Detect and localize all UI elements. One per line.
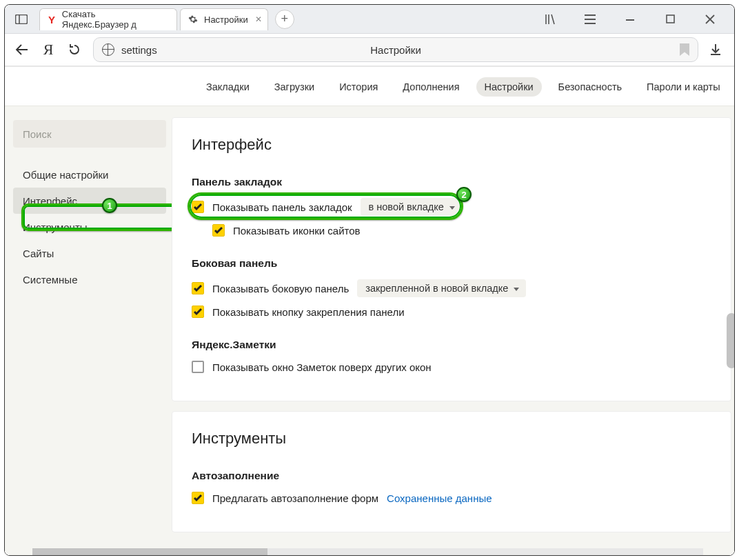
globe-icon: [102, 43, 114, 56]
checkbox-suggest-autofill[interactable]: [192, 492, 204, 504]
new-tab-button[interactable]: +: [275, 10, 294, 29]
topnav-passwords[interactable]: Пароли и карты: [638, 77, 729, 97]
close-icon[interactable]: ✕: [255, 14, 262, 24]
library-icon[interactable]: [540, 11, 560, 28]
link-saved-data[interactable]: Сохраненные данные: [387, 492, 492, 504]
checkbox-show-side-panel[interactable]: [192, 282, 204, 294]
svg-rect-0: [16, 14, 28, 23]
tab-label: Скачать Яндекс.Браузер д: [62, 9, 157, 30]
sidebar-search[interactable]: Поиск: [13, 120, 166, 148]
checkbox-show-site-icons[interactable]: [212, 224, 225, 237]
badge-1: 1: [102, 198, 117, 213]
row-notes-ontop: Показывать окно Заметок поверх других ок…: [192, 361, 711, 373]
tab-download-yandex[interactable]: Y Скачать Яндекс.Браузер д: [39, 8, 177, 30]
titlebar: Y Скачать Яндекс.Браузер д Настройки ✕ +: [5, 5, 734, 34]
address-field[interactable]: settings Настройки: [93, 37, 698, 62]
row-show-bookmarks-bar: Показывать панель закладок в новой вклад…: [192, 198, 711, 216]
reload-icon[interactable]: [61, 37, 88, 63]
topnav-bookmarks[interactable]: Закладки: [198, 77, 258, 97]
label-pin-button: Показывать кнопку закрепления панели: [212, 306, 405, 318]
sidebar-item-interface[interactable]: Интерфейс: [13, 188, 166, 214]
sidebar-item-system[interactable]: Системные: [13, 266, 166, 292]
back-icon[interactable]: [9, 37, 35, 63]
window-controls: [537, 11, 729, 28]
url-text: settings: [121, 44, 157, 56]
select-bookmarks-bar-mode[interactable]: в новой вкладке: [361, 198, 462, 216]
close-window-icon[interactable]: [700, 11, 720, 28]
gear-icon: [188, 14, 199, 25]
topnav-security[interactable]: Безопасность: [550, 77, 631, 97]
tab-settings[interactable]: Настройки ✕: [180, 8, 268, 30]
yandex-favicon-icon: Y: [47, 14, 57, 25]
section-notes: Яндекс.Заметки: [192, 339, 711, 351]
svg-rect-6: [667, 15, 674, 23]
settings-sidebar: Поиск Общие настройки Интерфейс Инструме…: [13, 117, 166, 544]
label-suggest-autofill: Предлагать автозаполнение форм: [212, 492, 378, 504]
checkbox-notes-ontop[interactable]: [192, 361, 204, 373]
settings-body: Поиск Общие настройки Интерфейс Инструме…: [5, 106, 734, 555]
panel-tools-title: Инструменты: [192, 430, 711, 448]
page-title: Настройки: [370, 44, 421, 56]
row-show-site-icons: Показывать иконки сайтов: [212, 224, 711, 237]
label-show-side-panel: Показывать боковую панель: [212, 283, 349, 294]
section-bookmarks-bar: Панель закладок: [192, 176, 711, 188]
horizontal-scrollbar[interactable]: [32, 548, 703, 555]
topnav-history[interactable]: История: [331, 77, 386, 97]
panel-toggle-icon[interactable]: [13, 11, 30, 28]
yandex-home-icon[interactable]: Я: [35, 37, 61, 63]
label-show-site-icons: Показывать иконки сайтов: [233, 225, 361, 237]
panel-interface: Интерфейс Панель закладок Показывать пан…: [172, 117, 731, 401]
sidebar-item-sites[interactable]: Сайты: [13, 240, 166, 266]
maximize-icon[interactable]: [660, 11, 680, 28]
section-autofill: Автозаполнение: [192, 470, 711, 482]
settings-topnav: Закладки Загрузки История Дополнения Нас…: [5, 68, 734, 106]
sidebar-item-general[interactable]: Общие настройки: [13, 161, 166, 188]
address-bar: Я settings Настройки: [5, 34, 734, 67]
minimize-icon[interactable]: [620, 11, 640, 28]
section-side-panel: Боковая панель: [192, 257, 711, 270]
label-notes-ontop: Показывать окно Заметок поверх других ок…: [212, 361, 432, 373]
browser-window: Y Скачать Яндекс.Браузер д Настройки ✕ +: [4, 4, 735, 556]
panel-tools: Инструменты Автозаполнение Предлагать ав…: [172, 411, 731, 532]
vertical-scrollbar[interactable]: [727, 313, 735, 368]
sidebar-item-tools[interactable]: Инструменты: [13, 214, 166, 240]
tab-strip: Y Скачать Яндекс.Браузер д Настройки ✕ +: [39, 8, 537, 30]
horizontal-scrollbar-thumb[interactable]: [32, 548, 267, 555]
row-pin-button: Показывать кнопку закрепления панели: [192, 306, 711, 318]
checkbox-show-bookmarks-bar[interactable]: [192, 201, 204, 213]
search-placeholder: Поиск: [23, 128, 52, 140]
badge-2: 2: [456, 187, 472, 202]
bookmark-icon[interactable]: [680, 43, 689, 56]
row-show-side-panel: Показывать боковую панель закрепленной в…: [192, 279, 711, 297]
panel-title: Интерфейс: [192, 136, 711, 154]
topnav-settings[interactable]: Настройки: [476, 77, 542, 97]
label-show-bookmarks-bar: Показывать панель закладок: [212, 201, 352, 213]
tab-label: Настройки: [204, 14, 248, 25]
menu-icon[interactable]: [580, 11, 600, 28]
topnav-downloads[interactable]: Загрузки: [266, 77, 323, 97]
settings-main: Интерфейс Панель закладок Показывать пан…: [172, 117, 734, 555]
select-side-panel-mode[interactable]: закрепленной в новой вкладке: [357, 279, 526, 297]
content-area: Закладки Загрузки История Дополнения Нас…: [5, 68, 734, 555]
row-suggest-autofill: Предлагать автозаполнение форм Сохраненн…: [192, 492, 711, 504]
downloads-icon[interactable]: [704, 43, 727, 56]
checkbox-pin-button[interactable]: [192, 306, 204, 318]
topnav-addons[interactable]: Дополнения: [394, 77, 467, 97]
